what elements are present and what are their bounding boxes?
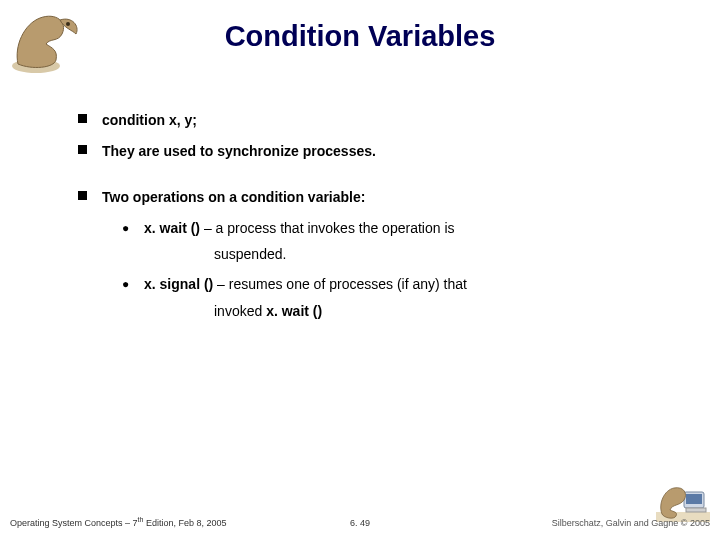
sub-text: – resumes one of processes (if any) that — [213, 276, 467, 292]
disc-bullet-icon: ● — [122, 220, 136, 238]
code-term: x. wait () — [144, 220, 200, 236]
dinosaur-computer-logo-icon — [656, 482, 710, 522]
square-bullet-icon — [78, 191, 92, 201]
dinosaur-logo-icon — [6, 6, 86, 76]
bullet-item: They are used to synchronize processes. — [78, 141, 658, 161]
sub-bullet-item: ● x. wait () – a process that invokes th… — [122, 218, 658, 238]
square-bullet-icon — [78, 114, 92, 124]
continuation-text: suspended. — [144, 244, 658, 264]
disc-bullet-icon: ● — [122, 276, 136, 294]
code-term: x. signal () — [144, 276, 213, 292]
footer-right: Silberschatz, Galvin and Gagne © 2005 — [552, 518, 710, 528]
svg-rect-5 — [686, 508, 706, 512]
bullet-item: condition x, y; — [78, 110, 658, 130]
bullet-text: Two operations on a condition variable: — [102, 189, 365, 205]
code-term: x. wait () — [266, 303, 322, 319]
square-bullet-icon — [78, 145, 92, 155]
svg-point-1 — [66, 22, 70, 26]
continuation-text: invoked x. wait () — [144, 301, 658, 321]
bullet-text: condition x, y; — [102, 112, 197, 128]
svg-rect-4 — [686, 494, 702, 504]
bullet-item: Two operations on a condition variable: — [78, 187, 658, 207]
sub-bullet-item: ● x. signal () – resumes one of processe… — [122, 274, 658, 294]
slide-title: Condition Variables — [0, 20, 720, 53]
sub-text: – a process that invokes the operation i… — [200, 220, 454, 236]
cont-pre: invoked — [214, 303, 266, 319]
content-body: condition x, y; They are used to synchro… — [78, 110, 658, 331]
bullet-text: They are used to synchronize processes. — [102, 143, 376, 159]
